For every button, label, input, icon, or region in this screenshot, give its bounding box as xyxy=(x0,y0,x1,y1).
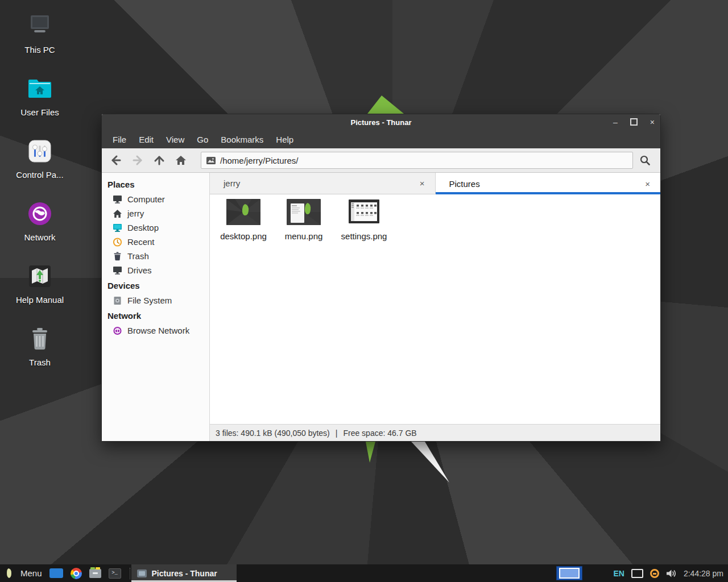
status-free-space: Free space: 46.7 GB xyxy=(343,429,416,438)
sidebar-header-devices: Devices xyxy=(102,277,209,293)
menu-help[interactable]: Help xyxy=(270,132,300,147)
desktop-icon-label: Help Manual xyxy=(16,295,64,305)
sidebar-item-label: Desktop xyxy=(127,223,159,232)
forward-icon xyxy=(132,155,143,166)
display-tray-icon[interactable] xyxy=(631,569,643,578)
menubar: File Edit View Go Bookmarks Help xyxy=(102,130,660,148)
sidebar-item-label: Trash xyxy=(127,251,149,261)
folder-home-icon xyxy=(25,74,55,103)
forward-button[interactable] xyxy=(127,151,148,169)
close-button[interactable]: × xyxy=(650,118,655,126)
main-panel: jerry × Pictures × desktop.png xyxy=(210,173,660,441)
path-text: /home/jerry/Pictures/ xyxy=(220,156,299,165)
file-menu-png[interactable]: menu.png xyxy=(276,198,332,241)
sidebar-header-places: Places xyxy=(102,176,209,192)
sidebar-item-computer[interactable]: Computer xyxy=(102,192,209,206)
terminal-icon[interactable]: >_ xyxy=(109,568,121,579)
desktop-root: This PC User Files Control Pa... Network… xyxy=(0,0,728,582)
taskbar-separator xyxy=(130,568,130,579)
back-button[interactable] xyxy=(105,151,127,169)
control-panel-icon xyxy=(25,136,55,166)
taskbar: Menu >_ Pictures - Thunar EN 2:44:28 pm xyxy=(0,564,728,582)
workspace-switcher[interactable] xyxy=(556,566,582,580)
show-desktop-icon[interactable] xyxy=(49,568,63,578)
trash-icon xyxy=(25,324,55,354)
desktop-icon-label: User Files xyxy=(20,107,59,117)
pc-icon xyxy=(25,11,55,41)
desktop-icon-column: This PC User Files Control Pa... Network… xyxy=(8,11,72,386)
update-manager-icon[interactable] xyxy=(650,569,659,578)
tab-close-icon[interactable]: × xyxy=(642,178,653,190)
desktop-icon-help-manual[interactable]: Help Manual xyxy=(8,261,72,324)
help-manual-icon xyxy=(25,261,55,291)
home-button[interactable] xyxy=(170,151,192,169)
sidebar-item-drives[interactable]: Drives xyxy=(102,263,209,277)
sidebar-item-label: Recent xyxy=(127,237,155,247)
computer-icon xyxy=(113,195,122,204)
volume-icon[interactable] xyxy=(666,569,677,578)
sidebar-item-trash[interactable]: Trash xyxy=(102,249,209,263)
sidebar-item-label: File System xyxy=(127,296,172,305)
desktop-icon-user-files[interactable]: User Files xyxy=(8,74,72,136)
file-desktop-png[interactable]: desktop.png xyxy=(216,198,271,241)
up-button[interactable] xyxy=(148,151,170,169)
task-window-label: Pictures - Thunar xyxy=(152,569,217,578)
network-globe-icon xyxy=(25,199,55,228)
task-window-icon xyxy=(137,569,147,577)
desktop-icon-label: Control Pa... xyxy=(16,170,63,180)
file-view[interactable]: desktop.png menu.png settings.png xyxy=(210,194,660,424)
maximize-button[interactable] xyxy=(630,118,638,127)
filesystem-drive-icon xyxy=(113,296,122,305)
home-small-icon xyxy=(113,209,122,218)
sidebar-item-label: Computer xyxy=(127,194,165,204)
keyboard-layout-indicator[interactable]: EN xyxy=(613,569,624,578)
menu-view[interactable]: View xyxy=(160,132,191,147)
desktop-icon-label: This PC xyxy=(24,45,55,55)
menu-edit[interactable]: Edit xyxy=(133,132,160,147)
thunar-window: Pictures - Thunar – × File Edit View Go … xyxy=(101,114,661,442)
file-settings-png[interactable]: settings.png xyxy=(336,198,392,241)
path-bar[interactable]: /home/jerry/Pictures/ xyxy=(201,152,633,169)
sidebar-item-file-system[interactable]: File System xyxy=(102,293,209,307)
desktop-icon-control-panel[interactable]: Control Pa... xyxy=(8,136,72,199)
status-bar: 3 files: 490.1 kB (490,050 bytes) | Free… xyxy=(210,424,660,441)
back-icon xyxy=(110,155,122,166)
sidebar-item-label: Browse Network xyxy=(127,326,189,335)
browse-network-icon xyxy=(113,326,122,335)
file-manager-icon[interactable] xyxy=(89,569,101,578)
maximize-icon xyxy=(630,118,638,126)
status-separator: | xyxy=(336,429,338,438)
sidebar-item-recent[interactable]: Recent xyxy=(102,235,209,249)
sidebar-item-label: jerry xyxy=(127,209,144,218)
tab-close-icon[interactable]: × xyxy=(416,177,428,189)
menu-button[interactable]: Menu xyxy=(20,568,42,578)
desktop-icon-this-pc[interactable]: This PC xyxy=(8,11,72,74)
menu-bookmarks[interactable]: Bookmarks xyxy=(214,132,270,147)
desktop-icon-label: Trash xyxy=(29,357,51,367)
titlebar[interactable]: Pictures - Thunar – × xyxy=(102,114,660,130)
chrome-icon[interactable] xyxy=(71,568,82,579)
sidebar-item-desktop[interactable]: Desktop xyxy=(102,221,209,235)
sidebar-item-jerry[interactable]: jerry xyxy=(102,206,209,221)
search-button[interactable] xyxy=(633,151,657,169)
file-name: menu.png xyxy=(285,231,323,241)
minimize-button[interactable]: – xyxy=(613,118,618,126)
menu-file[interactable]: File xyxy=(106,132,133,147)
tab-label: Pictures xyxy=(449,179,642,189)
up-icon xyxy=(154,155,165,166)
tab-jerry[interactable]: jerry × xyxy=(210,173,436,194)
file-name: settings.png xyxy=(341,231,387,241)
sidebar: Places Computer jerry Desktop Recent xyxy=(102,173,210,441)
desktop-monitor-icon xyxy=(113,223,122,232)
menu-go[interactable]: Go xyxy=(191,132,214,147)
taskbar-window-button[interactable]: Pictures - Thunar xyxy=(131,564,237,582)
desktop-icon-network[interactable]: Network xyxy=(8,199,72,261)
mint-menu-icon[interactable] xyxy=(5,568,13,579)
recent-clock-icon xyxy=(113,238,122,247)
clock: 2:44:28 pm xyxy=(684,569,723,578)
desktop-icon-trash[interactable]: Trash xyxy=(8,324,72,386)
toolbar: /home/jerry/Pictures/ xyxy=(102,148,660,173)
settings-png-thumbnail xyxy=(345,198,383,227)
tab-pictures[interactable]: Pictures × xyxy=(436,173,661,194)
sidebar-item-browse-network[interactable]: Browse Network xyxy=(102,323,209,338)
